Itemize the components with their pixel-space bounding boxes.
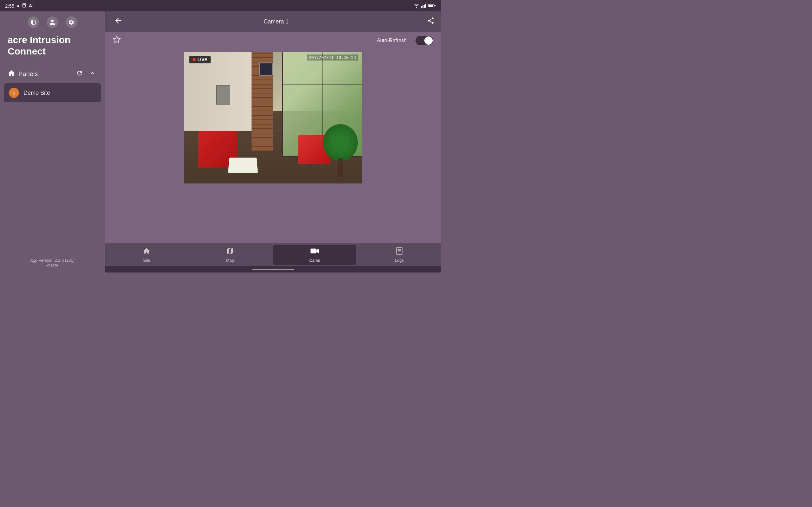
demo-site-label: Demo Site [23,90,50,96]
signal-icon [421,3,426,8]
sidebar-footer: App Version: 2.1.0 (261) @acre [0,253,105,273]
live-label: LIVE [198,57,207,62]
status-bar: 2:55 ● A [0,0,441,11]
svg-rect-3 [422,5,423,8]
cam-timestamp: 2017/07/11 10:30:53 [307,55,358,60]
panels-section: Panels i [0,65,105,104]
notification-dot-icon: ● [17,3,19,8]
top-bar: Camera 1 [105,11,441,32]
camera-toolbar: Auto-Refresh [105,32,441,49]
panels-label: Panels [18,70,72,78]
cam-plant [328,124,353,177]
app-title: acre Intrusion Connect [0,32,105,65]
auto-refresh-label: Auto-Refresh [377,38,407,43]
sidebar-header-icons [0,11,105,32]
map-icon [226,247,234,257]
svg-rect-8 [435,5,436,6]
status-bar-left: 2:55 ● A [5,3,32,9]
app-handle: @acre [8,263,97,268]
nav-site-label: Site [143,258,150,263]
nav-logs[interactable]: Logs [357,243,441,266]
nav-cams[interactable]: Cams [273,245,357,265]
refresh-button[interactable] [75,68,84,79]
cam-plant-leaves [323,124,358,161]
svg-rect-1 [23,4,25,5]
live-badge: LIVE [189,56,211,63]
bottom-nav: Site Map Cams [105,243,441,266]
cam-table [228,158,258,173]
camera-feed: 2017/07/11 10:30:53 LIVE [184,52,362,183]
wifi-icon [414,3,419,8]
nav-site[interactable]: Site [105,243,189,266]
nav-map-label: Map [226,258,234,263]
toggle-knob [424,37,433,45]
settings-icon [68,19,74,25]
sidebar: acre Intrusion Connect Panels [0,11,105,273]
home-bar [252,269,294,270]
nav-logs-label: Logs [395,258,404,263]
camera-title: Camera 1 [131,18,422,25]
status-time: 2:55 [5,3,14,9]
cam-scene [184,52,362,183]
auto-refresh-toggle[interactable] [415,36,433,45]
svg-rect-10 [310,248,316,253]
svg-rect-5 [425,4,426,8]
battery-icon [428,3,436,8]
contrast-icon [30,19,37,25]
nav-map[interactable]: Map [189,243,272,266]
collapse-button[interactable] [88,68,97,79]
info-icon: i [13,90,14,96]
main-layout: acre Intrusion Connect Panels [0,11,441,273]
logs-icon [396,247,403,257]
svg-rect-4 [424,5,425,8]
cams-icon [310,247,319,257]
demo-site-item[interactable]: i Demo Site [4,83,101,102]
settings-button[interactable] [66,16,77,28]
camera-feed-area: 2017/07/11 10:30:53 LIVE [105,49,441,243]
home-icon [143,247,150,257]
home-indicator [105,266,441,273]
panels-header: Panels [4,65,101,83]
svg-rect-7 [428,5,433,7]
contrast-button[interactable] [28,16,39,28]
svg-rect-11 [397,247,402,255]
person-icon [49,19,55,25]
svg-rect-0 [22,3,26,7]
cam-plant-stem [338,158,343,177]
cam-tv [259,62,273,76]
content-area: Camera 1 Auto-Refresh [105,11,441,273]
panels-actions [75,68,97,79]
status-bar-right [414,3,436,8]
info-icon-circle: i [9,88,19,98]
svg-marker-9 [113,36,120,43]
nav-cams-label: Cams [309,258,320,263]
app-version: App Version: 2.1.0 (261) [8,258,97,263]
share-button[interactable] [427,17,435,26]
svg-rect-2 [421,6,422,8]
back-button[interactable] [111,15,125,28]
person-button[interactable] [47,16,58,28]
a-icon: A [29,3,32,8]
sim-icon [22,3,26,9]
cam-security-panel [216,85,230,105]
home-nav-icon [8,69,15,79]
favorite-button[interactable] [113,36,121,46]
live-dot [193,58,196,61]
